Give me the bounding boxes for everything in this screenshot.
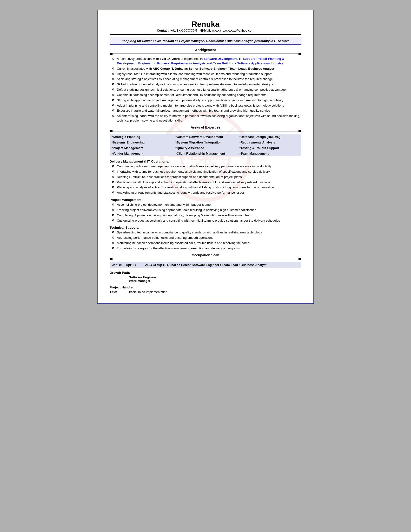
growth-title: Growth Path:: [110, 271, 301, 275]
expertise-cell: *Team Management: [237, 151, 301, 156]
list-item: Monitoring helpdesk operations including…: [112, 241, 301, 246]
expertise-cell: *Project Management: [110, 145, 174, 151]
expertise-cell: *Vendor Management: [110, 151, 174, 156]
list-item: Capable in flourishing accomplishment of…: [112, 93, 301, 97]
email-label: *E-Mail:: [200, 29, 211, 32]
email-value: rxxxxa_axxxxxxa@yahoo.com: [212, 29, 254, 32]
resume-header: Renuka Contact: +91-8XXXXXXXX5 *E-Mail: …: [110, 20, 301, 32]
list-item: Coordinating with senior management for …: [112, 164, 301, 169]
table-row: *Vendor Management *Client Relationship …: [110, 151, 301, 156]
contact-info: Contact: +91-8XXXXXXXX5 *E-Mail: rxxxxa_…: [110, 29, 301, 32]
list-item: Defining IT structure, best practices fo…: [112, 175, 301, 180]
expertise-cell: *System Migration / Integration: [174, 140, 237, 145]
list-item: Currently associated with ABC Group IT, …: [112, 66, 301, 71]
expertise-cell: *Client Relationship Management: [174, 151, 237, 156]
list-item: Completing IT projects entailing concept…: [112, 213, 301, 218]
years-bold: over 14 years: [160, 57, 180, 60]
candidate-name: Renuka: [110, 20, 301, 29]
list-item: Analyzing user requirements and statisti…: [112, 190, 301, 195]
job-company: ABC Group IT, Dubai as Senior Software E…: [145, 263, 266, 267]
occupation-divider: [110, 258, 301, 260]
list-item: Highly resourceful in interacting with c…: [112, 72, 301, 76]
list-item: Spearheading technical tasks in complian…: [112, 230, 301, 235]
growth-path-section: Growth Path: Software Engineer Work Mana…: [110, 271, 301, 283]
abridgement-divider: [110, 53, 301, 55]
expertise-cell: *Custom Software Development: [174, 134, 237, 140]
expertise-cell: *Database Design (RDBMS): [237, 134, 301, 140]
table-row: *Systems Engineering *System Migration /…: [110, 140, 301, 145]
table-row: *Strategic Planning *Custom Software Dev…: [110, 134, 301, 140]
tech-title: Technical Support:: [110, 226, 301, 229]
expertise-blue: Software Development, IT Support, Projec…: [117, 57, 284, 65]
list-item: Practicing overall IT set-up and enhanci…: [112, 180, 301, 185]
expertise-title: Areas of Expertise: [110, 125, 301, 129]
list-item: Customizing product accordingly and cons…: [112, 218, 301, 223]
job-entry: Jan' 05 – Apr' 14 ABC Group IT, Dubai as…: [110, 262, 301, 268]
expertise-cell: *Requirements Analysis: [237, 140, 301, 145]
expertise-cell: *Systems Engineering: [110, 140, 174, 145]
pm-list: Accomplishing project deployment on time…: [110, 203, 301, 223]
company-bold: ABC Group IT, Dubai as Senior Software E…: [153, 67, 274, 70]
header-divider: [110, 34, 301, 35]
list-item: Deft at studying design technical soluti…: [112, 87, 301, 92]
objective-text: *Aspiring for Senior Level Position as P…: [122, 39, 289, 43]
occupation-title: Occupation Scan: [110, 253, 301, 257]
job-dates: Jan' 05 – Apr' 14: [112, 263, 136, 267]
growth-item-1: Software Engineer: [129, 276, 301, 279]
list-item: Adept in planning and controlling medium…: [112, 104, 301, 108]
abridgement-list: A tech-savvy professional with over 14 y…: [110, 57, 301, 123]
list-item: Accomplishing project deployment on time…: [112, 203, 301, 207]
list-item: An enterprising leader with the ability …: [112, 114, 301, 123]
project-title-row: Title: Oracle Taleo Implementation: [110, 290, 301, 294]
list-item: Skilled in object-oriented analysis / de…: [112, 82, 301, 87]
project-handled-title: Project Handled:: [110, 285, 301, 289]
contact-label: Contact:: [157, 29, 170, 32]
objective-box: *Aspiring for Senior Level Position as P…: [110, 37, 301, 45]
table-row: *Project Management *Quality Assurance *…: [110, 145, 301, 151]
project-value: Oracle Taleo Implementation: [128, 290, 167, 294]
pm-title: Project Management:: [110, 198, 301, 202]
delivery-list: Coordinating with senior management for …: [110, 164, 301, 195]
expertise-cell: *Testing & Rollout Support: [237, 145, 301, 151]
resume-page: RESUME Renuka Contact: +91-8XXXXXXXX5 *E…: [97, 10, 314, 304]
project-label: Title:: [110, 290, 117, 294]
expertise-divider: [110, 130, 301, 132]
expertise-cell: *Quality Assurance: [174, 145, 237, 151]
list-item: Planning and analysis of entire IT opera…: [112, 185, 301, 190]
list-item: Interfacing with teams for business requ…: [112, 170, 301, 174]
tech-list: Spearheading technical tasks in complian…: [110, 230, 301, 251]
abridgement-title: Abridgement: [110, 48, 301, 52]
list-item: Strong agile approach to project managem…: [112, 98, 301, 103]
project-handled-section: Project Handled: Title: Oracle Taleo Imp…: [110, 285, 301, 294]
list-item: Addressing performance bottlenecks and e…: [112, 236, 301, 240]
list-item: Formulating strategies for the effective…: [112, 246, 301, 251]
contact-value: +91-8XXXXXXXX5: [170, 29, 197, 32]
expertise-cell: *Strategic Planning: [110, 134, 174, 140]
list-item: A tech-savvy professional with over 14 y…: [112, 57, 301, 66]
growth-item-2: Work Manager: [129, 279, 301, 283]
list-item: Exposure in agile and waterfall project …: [112, 109, 301, 113]
list-item: Achieving strategic objectives by effect…: [112, 77, 301, 82]
expertise-table: *Strategic Planning *Custom Software Dev…: [110, 134, 301, 156]
list-item: Tracking project deliverables using appr…: [112, 208, 301, 212]
delivery-title: Delivery Management & IT Operations:: [110, 160, 301, 163]
